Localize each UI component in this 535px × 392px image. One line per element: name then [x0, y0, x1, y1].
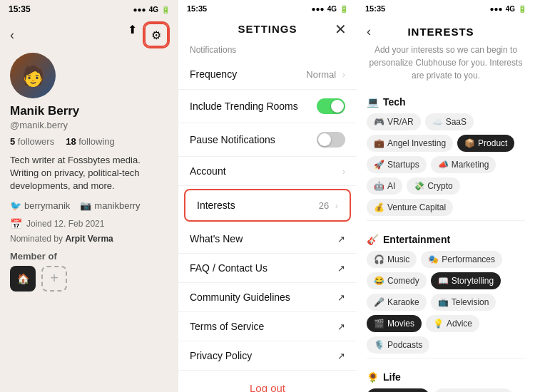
tag-label-0-6: AI [387, 181, 395, 191]
share-button[interactable]: ⬆ [128, 23, 137, 47]
frequency-chevron: › [342, 69, 345, 80]
tag-label-0-2: Angel Investing [387, 138, 446, 148]
interests-categories: 💻 Tech🎮VR/AR☁️SaaS💼Angel Investing📦Produ… [357, 91, 535, 392]
frequency-value: Normal [306, 69, 336, 80]
tag-0-7[interactable]: 💸Crypto [407, 177, 459, 195]
signal-settings: ●●● [312, 5, 325, 13]
privacy-item[interactable]: Privacy Policy ↗ [178, 341, 357, 371]
account-item[interactable]: Account › [178, 157, 357, 186]
add-club-button[interactable]: + [41, 266, 67, 292]
category-label-2: 🌻 Life [367, 371, 525, 383]
nominated-info: Nominated by Arpit Verma [0, 234, 178, 251]
tag-1-4[interactable]: 🎤Karaoke [367, 294, 427, 311]
instagram-link[interactable]: 📷 manikberry [80, 200, 140, 211]
close-button[interactable]: ✕ [335, 21, 347, 38]
tag-emoji-0-0: 🎮 [374, 117, 384, 127]
battery-profile: 🔋 [161, 6, 170, 14]
include-trending-item[interactable]: Include Trending Rooms [178, 90, 357, 123]
interests-label: Interests [197, 200, 235, 211]
logout-button[interactable]: Log out [178, 371, 357, 392]
tag-2-1[interactable]: ❤️Relationships [434, 388, 513, 392]
tag-emoji-1-2: 😂 [374, 276, 384, 286]
account-label: Account [190, 165, 226, 177]
back-button-profile[interactable]: ‹ [10, 28, 14, 43]
section-divider-1 [367, 358, 525, 359]
section-divider-0 [367, 220, 525, 221]
tags-row-1: 🎧Music🎭Performances😂Comedy📖Storytelling🎤… [367, 251, 525, 354]
tag-emoji-1-7: 💡 [433, 319, 444, 329]
tag-1-5[interactable]: 📺Television [431, 294, 496, 311]
twitter-icon: 🐦 [10, 200, 21, 211]
pause-notifications-item[interactable]: Pause Notifications [178, 123, 357, 157]
tag-1-7[interactable]: 💡Advice [426, 315, 479, 332]
club-avatar[interactable]: 🏠 [10, 266, 36, 292]
faq-item[interactable]: FAQ / Contact Us ↗ [178, 254, 357, 283]
tag-label-0-1: SaaS [446, 117, 467, 127]
category-1: 🎸 Entertainment🎧Music🎭Performances😂Comed… [357, 228, 535, 366]
whats-new-item[interactable]: What's New ↗ [178, 225, 357, 254]
time-profile: 15:35 [9, 4, 31, 14]
tag-1-2[interactable]: 😂Comedy [367, 272, 427, 289]
tag-emoji-0-8: 💰 [374, 202, 384, 212]
status-icons-interests: ●●● 4G 🔋 [490, 5, 526, 13]
instagram-icon: 📷 [80, 200, 91, 211]
tag-1-6[interactable]: 🎬Movies [367, 315, 422, 332]
whats-new-arrow: ↗ [337, 234, 345, 244]
tag-label-1-2: Comedy [387, 276, 419, 286]
settings-title: SETTINGS [238, 23, 297, 35]
faq-arrow: ↗ [337, 263, 345, 274]
tag-emoji-0-1: ☁️ [432, 117, 443, 127]
tag-label-0-5: Marketing [452, 160, 489, 170]
interests-chevron: › [335, 200, 338, 211]
network-profile: 4G [149, 6, 158, 14]
tag-emoji-1-5: 📺 [438, 297, 449, 307]
profile-stats: 5 followers 18 following [0, 136, 178, 154]
interests-item[interactable]: Interests 26 › [184, 189, 351, 222]
tag-0-4[interactable]: 🚀Startups [367, 156, 427, 173]
tag-0-0[interactable]: 🎮VR/AR [367, 113, 421, 130]
tag-1-8[interactable]: 🎙️Podcasts [367, 336, 429, 354]
tag-0-6[interactable]: 🤖AI [367, 177, 402, 195]
tag-0-1[interactable]: ☁️SaaS [425, 113, 474, 130]
category-0: 💻 Tech🎮VR/AR☁️SaaS💼Angel Investing📦Produ… [357, 91, 535, 228]
tag-0-2[interactable]: 💼Angel Investing [367, 135, 453, 152]
category-label-0: 💻 Tech [367, 96, 525, 108]
pause-notifications-toggle[interactable] [317, 132, 345, 148]
tag-emoji-1-8: 🎙️ [374, 340, 384, 350]
include-trending-toggle[interactable] [317, 98, 345, 114]
member-label: Member of [0, 251, 178, 262]
community-item[interactable]: Community Guidelines ↗ [178, 283, 357, 312]
frequency-item[interactable]: Frequency Normal › [178, 59, 357, 90]
signal-interests: ●●● [490, 5, 503, 13]
category-emoji-2: 🌻 [367, 371, 379, 383]
twitter-link[interactable]: 🐦 berrymanik [10, 200, 70, 211]
community-label: Community Guidelines [190, 292, 290, 303]
tag-2-0[interactable]: ✈️Traveling [367, 388, 429, 392]
community-arrow: ↗ [337, 292, 345, 303]
tag-label-0-4: Startups [387, 160, 419, 170]
signal-profile: ●●● [133, 6, 146, 14]
profile-header: ‹ ⬆ ⚙ [0, 17, 178, 53]
terms-item[interactable]: Terms of Service ↗ [178, 312, 357, 341]
interests-panel: 15:35 ●●● 4G 🔋 ‹ INTERESTS Add your inte… [357, 0, 535, 392]
tag-emoji-1-3: 📖 [438, 276, 449, 286]
tag-1-1[interactable]: 🎭Performances [421, 251, 502, 268]
tag-1-3[interactable]: 📖Storytelling [431, 272, 501, 289]
tag-0-5[interactable]: 📣Marketing [431, 156, 496, 173]
header-icons: ⬆ ⚙ [128, 23, 168, 47]
tag-0-8[interactable]: 💰Venture Capital [367, 199, 453, 216]
settings-button[interactable]: ⚙ [144, 23, 168, 47]
status-bar-interests: 15:35 ●●● 4G 🔋 [357, 0, 535, 16]
interests-header: ‹ INTERESTS [357, 19, 535, 43]
following-count: 18 following [66, 136, 115, 147]
nominator-name[interactable]: Arpit Verma [65, 234, 113, 244]
tag-1-0[interactable]: 🎧Music [367, 251, 417, 268]
tag-emoji-1-6: 🎬 [374, 319, 384, 329]
tag-emoji-0-4: 🚀 [374, 160, 384, 170]
calendar-icon: 📅 [10, 218, 22, 229]
tag-emoji-0-7: 💸 [414, 181, 424, 191]
time-settings: 15:35 [187, 4, 207, 13]
tag-0-3[interactable]: 📦Product [457, 135, 514, 152]
followers-count: 5 followers [10, 136, 54, 147]
back-button-interests[interactable]: ‹ [367, 24, 371, 39]
